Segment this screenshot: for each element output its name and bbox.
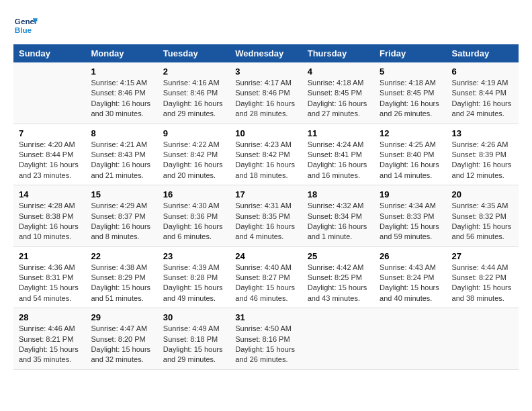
day-info: Sunrise: 4:40 AM Sunset: 8:27 PM Dayligh… [235,263,296,304]
day-info: Sunrise: 4:15 AM Sunset: 8:46 PM Dayligh… [91,78,152,120]
day-number: 20 [452,189,513,199]
day-info: Sunrise: 4:19 AM Sunset: 8:44 PM Dayligh… [452,78,513,120]
calendar-cell: 21Sunrise: 4:36 AM Sunset: 8:31 PM Dayli… [13,246,85,308]
calendar-cell: 19Sunrise: 4:34 AM Sunset: 8:33 PM Dayli… [374,185,446,247]
day-info: Sunrise: 4:43 AM Sunset: 8:24 PM Dayligh… [380,263,441,304]
day-info: Sunrise: 4:32 AM Sunset: 8:34 PM Dayligh… [308,201,369,242]
day-number: 17 [235,189,296,199]
week-row-3: 14Sunrise: 4:28 AM Sunset: 8:38 PM Dayli… [13,185,519,247]
calendar-cell: 29Sunrise: 4:47 AM Sunset: 8:20 PM Dayli… [85,308,157,370]
day-number: 10 [235,128,296,138]
calendar-cell: 4Sunrise: 4:18 AM Sunset: 8:45 PM Daylig… [302,62,374,124]
day-info: Sunrise: 4:34 AM Sunset: 8:33 PM Dayligh… [380,201,441,242]
calendar-cell [374,308,446,370]
header-day-wednesday: Wednesday [230,44,302,62]
day-number: 26 [380,251,441,261]
svg-text:Blue: Blue [15,26,32,34]
day-number: 22 [91,251,152,261]
day-number: 29 [91,312,152,322]
header-day-monday: Monday [85,44,157,62]
calendar-cell: 7Sunrise: 4:20 AM Sunset: 8:44 PM Daylig… [13,124,85,185]
day-number: 8 [91,128,152,138]
day-info: Sunrise: 4:28 AM Sunset: 8:38 PM Dayligh… [19,201,80,242]
week-row-4: 21Sunrise: 4:36 AM Sunset: 8:31 PM Dayli… [13,246,519,308]
calendar-cell: 22Sunrise: 4:38 AM Sunset: 8:29 PM Dayli… [85,246,157,308]
day-number: 14 [19,189,80,199]
calendar-cell: 25Sunrise: 4:42 AM Sunset: 8:25 PM Dayli… [302,246,374,308]
day-number: 1 [91,66,152,77]
calendar-cell [447,308,519,370]
header-day-thursday: Thursday [302,44,374,62]
calendar-cell: 30Sunrise: 4:49 AM Sunset: 8:18 PM Dayli… [158,308,230,370]
day-number: 13 [452,128,513,138]
day-number: 28 [19,312,80,322]
day-number: 16 [163,189,224,199]
calendar-cell: 24Sunrise: 4:40 AM Sunset: 8:27 PM Dayli… [230,246,302,308]
day-info: Sunrise: 4:35 AM Sunset: 8:32 PM Dayligh… [452,201,513,242]
day-number: 4 [308,66,369,77]
day-number: 27 [452,251,513,261]
calendar-cell: 23Sunrise: 4:39 AM Sunset: 8:28 PM Dayli… [158,246,230,308]
calendar-cell [302,308,374,370]
day-number: 15 [91,189,152,199]
calendar-cell: 13Sunrise: 4:26 AM Sunset: 8:39 PM Dayli… [447,124,519,185]
day-info: Sunrise: 4:21 AM Sunset: 8:43 PM Dayligh… [91,140,152,181]
day-info: Sunrise: 4:20 AM Sunset: 8:44 PM Dayligh… [19,140,80,181]
day-info: Sunrise: 4:18 AM Sunset: 8:45 PM Dayligh… [308,78,369,120]
calendar-cell: 8Sunrise: 4:21 AM Sunset: 8:43 PM Daylig… [85,124,157,185]
day-info: Sunrise: 4:31 AM Sunset: 8:35 PM Dayligh… [235,201,296,242]
calendar-cell: 10Sunrise: 4:23 AM Sunset: 8:42 PM Dayli… [230,124,302,185]
calendar-cell: 5Sunrise: 4:18 AM Sunset: 8:45 PM Daylig… [374,62,446,124]
calendar-cell: 20Sunrise: 4:35 AM Sunset: 8:32 PM Dayli… [447,185,519,247]
day-number: 30 [163,312,224,322]
day-info: Sunrise: 4:39 AM Sunset: 8:28 PM Dayligh… [163,263,224,304]
day-info: Sunrise: 4:50 AM Sunset: 8:16 PM Dayligh… [235,324,296,365]
calendar-cell: 16Sunrise: 4:30 AM Sunset: 8:36 PM Dayli… [158,185,230,247]
day-info: Sunrise: 4:29 AM Sunset: 8:37 PM Dayligh… [91,201,152,242]
day-info: Sunrise: 4:22 AM Sunset: 8:42 PM Dayligh… [163,140,224,181]
day-info: Sunrise: 4:25 AM Sunset: 8:40 PM Dayligh… [380,140,441,181]
page-header: General Blue [13,13,519,38]
day-info: Sunrise: 4:38 AM Sunset: 8:29 PM Dayligh… [91,263,152,304]
calendar-cell: 28Sunrise: 4:46 AM Sunset: 8:21 PM Dayli… [13,308,85,370]
day-info: Sunrise: 4:46 AM Sunset: 8:21 PM Dayligh… [19,324,80,365]
header-row: SundayMondayTuesdayWednesdayThursdayFrid… [13,44,519,62]
day-info: Sunrise: 4:16 AM Sunset: 8:46 PM Dayligh… [163,78,224,120]
day-number: 5 [380,66,441,77]
calendar-cell: 15Sunrise: 4:29 AM Sunset: 8:37 PM Dayli… [85,185,157,247]
calendar-cell: 11Sunrise: 4:24 AM Sunset: 8:41 PM Dayli… [302,124,374,185]
day-number: 11 [308,128,369,138]
day-info: Sunrise: 4:42 AM Sunset: 8:25 PM Dayligh… [308,263,369,304]
calendar-cell: 26Sunrise: 4:43 AM Sunset: 8:24 PM Dayli… [374,246,446,308]
week-row-1: 1Sunrise: 4:15 AM Sunset: 8:46 PM Daylig… [13,62,519,124]
day-number: 7 [19,128,80,138]
day-number: 18 [308,189,369,199]
day-info: Sunrise: 4:24 AM Sunset: 8:41 PM Dayligh… [308,140,369,181]
day-info: Sunrise: 4:30 AM Sunset: 8:36 PM Dayligh… [163,201,224,242]
calendar-cell [13,62,85,124]
calendar-cell: 2Sunrise: 4:16 AM Sunset: 8:46 PM Daylig… [158,62,230,124]
header-day-saturday: Saturday [447,44,519,62]
calendar-cell: 9Sunrise: 4:22 AM Sunset: 8:42 PM Daylig… [158,124,230,185]
calendar-cell: 31Sunrise: 4:50 AM Sunset: 8:16 PM Dayli… [230,308,302,370]
day-number: 25 [308,251,369,261]
day-number: 31 [235,312,296,322]
header-day-tuesday: Tuesday [158,44,230,62]
calendar-cell: 17Sunrise: 4:31 AM Sunset: 8:35 PM Dayli… [230,185,302,247]
day-info: Sunrise: 4:47 AM Sunset: 8:20 PM Dayligh… [91,324,152,365]
calendar-cell: 6Sunrise: 4:19 AM Sunset: 8:44 PM Daylig… [447,62,519,124]
day-info: Sunrise: 4:49 AM Sunset: 8:18 PM Dayligh… [163,324,224,365]
day-info: Sunrise: 4:44 AM Sunset: 8:22 PM Dayligh… [452,263,513,304]
day-info: Sunrise: 4:17 AM Sunset: 8:46 PM Dayligh… [235,78,296,120]
header-day-sunday: Sunday [13,44,85,62]
calendar-cell: 27Sunrise: 4:44 AM Sunset: 8:22 PM Dayli… [447,246,519,308]
day-number: 19 [380,189,441,199]
header-day-friday: Friday [374,44,446,62]
day-number: 24 [235,251,296,261]
calendar-cell: 12Sunrise: 4:25 AM Sunset: 8:40 PM Dayli… [374,124,446,185]
day-number: 9 [163,128,224,138]
calendar-cell: 3Sunrise: 4:17 AM Sunset: 8:46 PM Daylig… [230,62,302,124]
logo: General Blue [13,13,38,38]
day-number: 3 [235,66,296,77]
week-row-2: 7Sunrise: 4:20 AM Sunset: 8:44 PM Daylig… [13,124,519,185]
